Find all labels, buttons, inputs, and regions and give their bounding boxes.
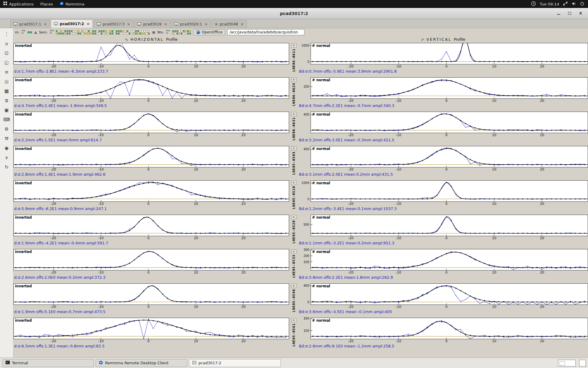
taskbar-window-pcad3017-2[interactable]: pcad3017:2 [189, 359, 281, 367]
minimize-window-icon[interactable] [556, 11, 561, 16]
x-tick-label: -10 [396, 339, 401, 343]
tab-pcad3048[interactable]: ⊗pcad3048× [212, 20, 247, 28]
device-strip: ≋ LNE05-0510 [289, 180, 298, 212]
close-tab-icon[interactable]: × [240, 22, 244, 26]
power-icon[interactable] [580, 1, 584, 7]
y-axis: 400 [298, 112, 311, 133]
volume-icon[interactable] [571, 2, 576, 7]
tab-pcad3019[interactable]: pcad3019× [134, 20, 170, 28]
x-tick-label: 20 [540, 99, 544, 103]
gnome-bottom-panel: >_TerminalRemmina Remote Desktop Clientp… [0, 358, 588, 368]
window-mode-icon[interactable]: ▣ [2, 107, 11, 113]
horizontal-profile-plot: inverted -20-1001020 d:σ:1.9mm offs:-4.2… [13, 215, 289, 246]
menu-places[interactable]: Places [37, 0, 56, 8]
y-tick-label: 300 [303, 248, 309, 251]
window-titlebar[interactable]: pcad3017:2 × [0, 8, 588, 19]
x-tick-label: -20 [348, 202, 353, 206]
profile-settings-icon[interactable]: ≋ [291, 43, 296, 48]
dynamic-resolution-icon[interactable]: ▩ [2, 88, 11, 94]
btv-status-grid[interactable] [172, 30, 191, 35]
x-axis: -20-1001020 [13, 133, 289, 138]
x-tick-label: 20 [241, 167, 246, 171]
plot-mode-label: # normal [312, 181, 330, 185]
x-tick-label: -10 [98, 167, 104, 171]
svg-text:>_: >_ [6, 361, 9, 364]
recording-indicator-icon[interactable] [531, 1, 536, 7]
plot-mode-label: inverted [15, 44, 32, 48]
x-tick-label: 0 [147, 270, 149, 274]
profile-settings-icon[interactable]: ≋ [291, 112, 296, 116]
fit-stats: d:σ:2.8mm offs:1.4E1 mean:1.9mm ampl:462… [13, 172, 289, 178]
close-tab-icon[interactable]: × [127, 22, 130, 26]
taskbar-window-terminal[interactable]: >_Terminal [2, 359, 94, 367]
x-tick-label: -10 [396, 133, 401, 137]
plot-mode-label: # normal [312, 318, 330, 323]
multi-monitor-icon[interactable]: ▦ [2, 78, 11, 85]
screenshot-icon[interactable]: ◉ [2, 145, 11, 151]
x-axis: -20-1001020 [13, 236, 289, 241]
network-icon[interactable] [563, 2, 568, 7]
y-tick-label: 400 [303, 148, 309, 151]
x-axis: -20-1001020 [311, 339, 588, 344]
menu-applications[interactable]: Applications [0, 0, 37, 8]
close-tab-icon[interactable]: × [164, 22, 167, 26]
profile-settings-icon[interactable]: ≋ [291, 146, 296, 151]
maximize-window-icon[interactable] [567, 11, 572, 16]
screen-icon[interactable]: ⌂ [2, 40, 11, 47]
horizontal-profile-plot: inverted -20-1001020 d:σ:6.5mm offs:1.3E… [13, 318, 289, 349]
workspace-switcher[interactable] [558, 360, 576, 366]
plot-mode-label: inverted [15, 181, 32, 185]
keyboard-grab-icon[interactable]: ⌨ [2, 116, 11, 123]
tab-pcad3017:1[interactable]: pcad3017:1× [10, 20, 50, 28]
x-axis: -20-1001020 [13, 167, 289, 172]
minimize-icon[interactable]: ∨ [2, 154, 11, 161]
plot-mode-label: # normal [312, 284, 330, 288]
device-label: LNE06-0631 [292, 117, 296, 140]
sem-status-grid[interactable] [56, 30, 150, 35]
fit-stats: d:σ:2.6mm offs:2.0E0 mean:0.2mm ampl:372… [13, 275, 289, 281]
fit-stats: d:σ:1.7mm offs:-2.8E1 mean:-6.3mm ampl:2… [13, 69, 289, 75]
device-strip: ≋ LNE05-0533 [289, 249, 298, 281]
x-tick-label: 0 [147, 236, 149, 240]
close-tab-icon[interactable]: × [43, 22, 47, 26]
vertical-profile-plot: 200 # normal -20-1001020 Bd:σ:4.7mm offs… [298, 77, 588, 109]
profile-settings-icon[interactable]: ≋ [291, 318, 296, 322]
profile-settings-icon[interactable]: ≋ [291, 78, 296, 82]
close-tab-icon[interactable]: × [205, 22, 208, 26]
scaled-mode-icon[interactable]: ≣ [2, 97, 11, 104]
taskbar-window-remmina-remote-desktop-client[interactable]: Remmina Remote Desktop Client [96, 359, 187, 367]
x-tick-label: -10 [396, 270, 401, 274]
tab-pcad3017:3[interactable]: pcad3017:3× [94, 20, 133, 28]
menu-remmina[interactable]: Remmina [56, 0, 88, 8]
drag-handle-icon[interactable]: ⋮ [2, 31, 11, 37]
menu-icon[interactable]: ≡ [2, 69, 11, 75]
x-tick-label: -20 [348, 339, 353, 343]
horizontal-profile-plot: inverted -20-1001020 d:σ:1.9mm offs:5.1E… [13, 283, 289, 315]
device-label: LNE05-0561 [292, 323, 296, 347]
disconnect-icon[interactable]: ↻ [2, 164, 11, 170]
openoffice-button[interactable]: OpenOffice [193, 29, 225, 35]
tab-pcad3020:1[interactable]: pcad3020:1× [171, 20, 211, 28]
profile-settings-icon[interactable]: ≋ [291, 284, 296, 288]
profile-settings-icon[interactable]: ≋ [291, 249, 296, 254]
vertical-profile-plot: 10000 # normal -20-1001020 Bd:σ:1.2mm of… [298, 180, 588, 212]
close-tab-icon[interactable]: × [86, 21, 90, 26]
profile-settings-icon[interactable]: ≋ [291, 181, 296, 185]
fit-window-icon[interactable]: ⊡ [2, 50, 11, 56]
plot-mode-label: inverted [15, 250, 32, 254]
show-desktop-button[interactable] [579, 360, 586, 366]
x-axis: -20-1001020 [13, 99, 289, 103]
profile-settings-icon[interactable]: ≋ [291, 215, 296, 219]
monitor-icon [137, 22, 141, 26]
fullscreen-icon[interactable]: ◱ [2, 59, 11, 66]
preferences-icon[interactable]: ⚙ [2, 126, 11, 132]
tab-pcad3017:2[interactable]: pcad3017:2× [51, 19, 93, 28]
remmina-toolbar: ⋮⌂⊡◱≡▦▩≣▣⌨⚙⚒◉∨↻ [0, 28, 13, 358]
x-tick-label: -10 [98, 236, 104, 240]
tools-icon[interactable]: ⚒ [2, 135, 11, 142]
profile-row: inverted -20-1001020 d:σ:1.9mm offs:-4.2… [13, 215, 588, 246]
close-window-icon[interactable]: × [578, 11, 583, 16]
clock[interactable]: Tue 09:14 [540, 2, 559, 6]
path-field[interactable]: /acc/java/data/lna/adebds/acquisition [227, 29, 304, 35]
x-tick-label: 0 [147, 339, 149, 343]
